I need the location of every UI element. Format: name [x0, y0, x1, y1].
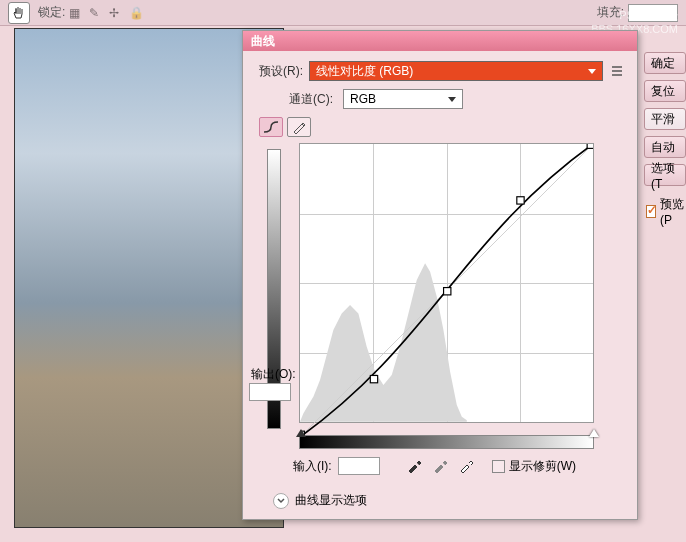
show-clipping-label: 显示修剪(W)	[509, 458, 576, 475]
curve-point-tool[interactable]	[259, 117, 283, 137]
black-point-slider[interactable]	[296, 429, 306, 437]
output-label: 输出(O):	[251, 366, 296, 383]
preset-menu-icon[interactable]	[609, 63, 625, 79]
options-button[interactable]: 选项(T	[644, 164, 686, 186]
chevron-down-icon	[588, 69, 596, 74]
lock-move-icon[interactable]: ✢	[109, 6, 123, 20]
curves-dialog: 曲线 预设(R): 线性对比度 (RGB) 通道(C): RGB	[242, 30, 638, 520]
svg-rect-3	[370, 375, 377, 382]
lock-all-icon[interactable]: 🔒	[129, 6, 143, 20]
preview-checkbox[interactable]	[646, 205, 656, 218]
white-point-slider[interactable]	[589, 429, 599, 437]
black-eyedropper-icon[interactable]	[404, 456, 424, 476]
smooth-button[interactable]: 平滑	[644, 108, 686, 130]
white-eyedropper-icon[interactable]	[456, 456, 476, 476]
svg-rect-6	[587, 144, 593, 148]
preset-dropdown[interactable]: 线性对比度 (RGB)	[309, 61, 603, 81]
curve-line	[300, 144, 593, 437]
lock-transparency-icon[interactable]: ▦	[69, 6, 83, 20]
input-gradient	[299, 435, 594, 449]
svg-rect-5	[517, 197, 524, 204]
expand-options-icon[interactable]	[273, 493, 289, 509]
lock-label: 锁定:	[38, 4, 65, 21]
pencil-tool[interactable]	[287, 117, 311, 137]
curves-graph[interactable]	[299, 143, 594, 423]
input-label: 输入(I):	[293, 458, 332, 475]
preview-label: 预览(P	[660, 196, 686, 227]
reset-button[interactable]: 复位	[644, 80, 686, 102]
preset-value: 线性对比度 (RGB)	[316, 63, 413, 80]
advanced-label: 曲线显示选项	[295, 492, 367, 509]
lock-icons: ▦ ✎ ✢ 🔒	[69, 6, 143, 20]
dialog-buttons: 确定 复位 平滑 自动 选项(T 预览(P	[644, 52, 686, 227]
hand-tool-icon[interactable]	[8, 2, 30, 24]
channel-value: RGB	[350, 92, 376, 106]
auto-button[interactable]: 自动	[644, 136, 686, 158]
chevron-down-icon	[448, 97, 456, 102]
channel-dropdown[interactable]: RGB	[343, 89, 463, 109]
show-clipping-checkbox[interactable]	[492, 460, 505, 473]
channel-label: 通道(C):	[289, 91, 333, 108]
gray-eyedropper-icon[interactable]	[430, 456, 450, 476]
ok-button[interactable]: 确定	[644, 52, 686, 74]
input-value-input[interactable]	[338, 457, 380, 475]
top-toolbar: 锁定: ▦ ✎ ✢ 🔒 填充:	[0, 0, 686, 26]
lock-brush-icon[interactable]: ✎	[89, 6, 103, 20]
dialog-title: 曲线	[243, 31, 637, 51]
output-input[interactable]	[249, 383, 291, 401]
preset-label: 预设(R):	[259, 63, 303, 80]
svg-rect-4	[444, 288, 451, 295]
